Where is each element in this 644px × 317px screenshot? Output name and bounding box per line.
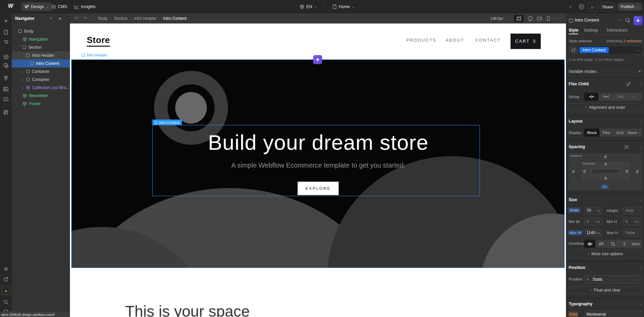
min-width-unit[interactable]: PX	[596, 220, 600, 224]
sizing-fixed-button[interactable]	[613, 93, 628, 101]
ai-assistant-button[interactable]	[634, 16, 643, 25]
canvas-width-control[interactable]: 1467px ⌄	[490, 13, 507, 24]
margin-top-value[interactable]: 0	[568, 155, 642, 159]
breadcrumb-intro-header[interactable]: Intro Header	[134, 16, 157, 21]
clear-icon[interactable]: ×	[586, 277, 589, 282]
apps-icon[interactable]	[0, 109, 12, 116]
chevron-down-icon[interactable]: ⌄	[639, 302, 642, 306]
pages-icon[interactable]	[0, 28, 12, 36]
position-dropdown[interactable]: × Static ⌄	[584, 275, 642, 283]
caret-collapsed-icon[interactable]: ›	[26, 61, 30, 65]
page-switcher[interactable]: Home ⌄	[330, 2, 358, 11]
breadcrumb-body[interactable]: Body	[98, 16, 107, 21]
overflow-auto-button[interactable]: Auto	[630, 240, 642, 248]
select-parent-icon[interactable]	[626, 82, 631, 86]
max-width-input[interactable]: 1140PX	[584, 229, 602, 236]
assets-icon[interactable]	[0, 85, 12, 93]
max-width-unit[interactable]: PX	[596, 231, 601, 235]
insights-button[interactable]: Insights	[71, 2, 99, 11]
comments-button[interactable]	[578, 4, 584, 10]
display-grid-button[interactable]: Grid	[613, 129, 627, 137]
help-icon[interactable]: ?	[0, 275, 12, 283]
explore-button[interactable]: EXPLORE	[298, 182, 339, 195]
float-clear-expander[interactable]: › Float and clear	[568, 286, 643, 294]
redo-icon[interactable]: ↷	[83, 15, 87, 21]
margin-right-value[interactable]: 0	[636, 170, 638, 174]
margin-left-value[interactable]: 0	[572, 170, 574, 174]
tab-style[interactable]: Style	[569, 28, 578, 33]
tab-settings[interactable]: Settings	[584, 28, 598, 33]
min-height-input[interactable]: 0PX	[623, 218, 641, 225]
nav-link-contact[interactable]: CONTACT	[475, 38, 501, 43]
caret-expanded-icon[interactable]: ›	[18, 45, 23, 49]
sizing-shrink-button[interactable]	[584, 93, 599, 101]
overflow-scroll-button[interactable]	[618, 240, 630, 248]
hero-title[interactable]: Build your dream store	[72, 130, 565, 154]
padding-bottom-value[interactable]: 0	[581, 176, 631, 180]
tab-interactions[interactable]: Interactions	[607, 28, 628, 33]
zoom-search-icon[interactable]	[0, 298, 12, 306]
display-block-button[interactable]: Block	[584, 129, 600, 137]
intro-header-section[interactable]: Intro Content Build your dream store A s…	[71, 59, 565, 268]
breakpoint-desktop-button[interactable]: *	[514, 15, 524, 22]
min-height-unit[interactable]: PX	[635, 220, 639, 224]
overflow-visible-button[interactable]	[584, 240, 596, 248]
breakpoint-more-button[interactable]: ⋯	[553, 15, 561, 22]
nav-link-products[interactable]: PRODUCTS	[406, 38, 437, 43]
breadcrumb-intro-content[interactable]: Intro Content	[163, 16, 186, 21]
chevron-down-icon[interactable]: ⌄	[639, 120, 642, 123]
min-width-input[interactable]: 0PX	[584, 218, 602, 225]
height-unit[interactable]: -	[638, 209, 639, 213]
padding-left-value[interactable]: 0	[583, 169, 585, 173]
cms-button[interactable]: CMS	[48, 2, 70, 11]
navigator-item-body[interactable]: Body	[12, 27, 77, 35]
pin-icon[interactable]: ◆	[59, 16, 62, 20]
display-none-button[interactable]: None⌄	[627, 129, 642, 137]
class-selector-field[interactable]: * Intro Content ⌄	[568, 46, 643, 54]
locale-switcher[interactable]: EN ⌄	[297, 2, 320, 11]
share-button[interactable]: Share	[600, 3, 615, 11]
chevron-down-icon[interactable]: ⌄	[639, 82, 642, 86]
add-section-handle[interactable]	[313, 55, 322, 64]
preview-button[interactable]: ▷	[588, 3, 598, 11]
status-warning-icon[interactable]: ▲	[2, 286, 10, 295]
margin-bottom-value[interactable]: 20	[601, 184, 609, 189]
element-more-icon[interactable]: ⋯	[617, 17, 622, 22]
breakpoint-phone-landscape-button[interactable]	[535, 15, 544, 22]
font-dropdown[interactable]: Montserrat ⌄	[584, 310, 642, 317]
publish-button[interactable]: Publish ⌄	[617, 3, 642, 11]
variables-icon[interactable]	[0, 74, 12, 81]
inheriting-selectors[interactable]: Inheriting 2 selectors	[606, 39, 642, 43]
alignment-order-expander[interactable]: › Alignment and order	[568, 103, 643, 111]
caret-collapsed-icon[interactable]: ›	[22, 70, 26, 74]
padding-top-value[interactable]: 0	[581, 162, 631, 166]
class-chip[interactable]: Intro Content	[579, 47, 609, 53]
width-input[interactable]: 70%	[584, 207, 602, 214]
max-height-unit[interactable]: -	[638, 231, 639, 235]
create-component-icon[interactable]	[625, 18, 630, 23]
breadcrumb-section[interactable]: Section	[114, 16, 127, 21]
hero-subtitle[interactable]: A simple Webflow Ecommerce template to g…	[72, 162, 565, 169]
max-height-input[interactable]: None-	[623, 229, 641, 236]
breakpoint-phone-button[interactable]	[544, 15, 552, 22]
add-elements-icon[interactable]: +	[0, 17, 12, 25]
undo-icon[interactable]: ↶	[75, 15, 79, 21]
webflow-logo[interactable]: W	[8, 3, 13, 9]
navigator-icon[interactable]	[0, 38, 12, 46]
spacing-settings-icon[interactable]	[624, 145, 629, 149]
width-unit[interactable]: %	[597, 209, 600, 213]
store-logo[interactable]: Store	[87, 35, 110, 47]
section-heading[interactable]: This is your space	[125, 302, 250, 317]
components-icon[interactable]	[0, 53, 12, 60]
chevron-down-icon[interactable]: ⌄	[639, 198, 642, 201]
libraries-icon[interactable]	[0, 95, 12, 103]
nav-link-about[interactable]: ABOUT	[446, 38, 464, 43]
settings-gear-icon[interactable]: ⚙	[0, 265, 12, 273]
intro-content-selection-badge[interactable]: Intro Content	[152, 120, 182, 125]
close-icon[interactable]: ×	[50, 16, 52, 21]
chevron-down-icon[interactable]: ⌄	[639, 145, 642, 148]
breakpoint-tablet-button[interactable]	[526, 15, 535, 22]
chevron-down-icon[interactable]: ⌄	[639, 266, 642, 269]
cart-button[interactable]: CART 3	[510, 34, 541, 49]
add-variable-mode-icon[interactable]: +	[638, 69, 641, 74]
